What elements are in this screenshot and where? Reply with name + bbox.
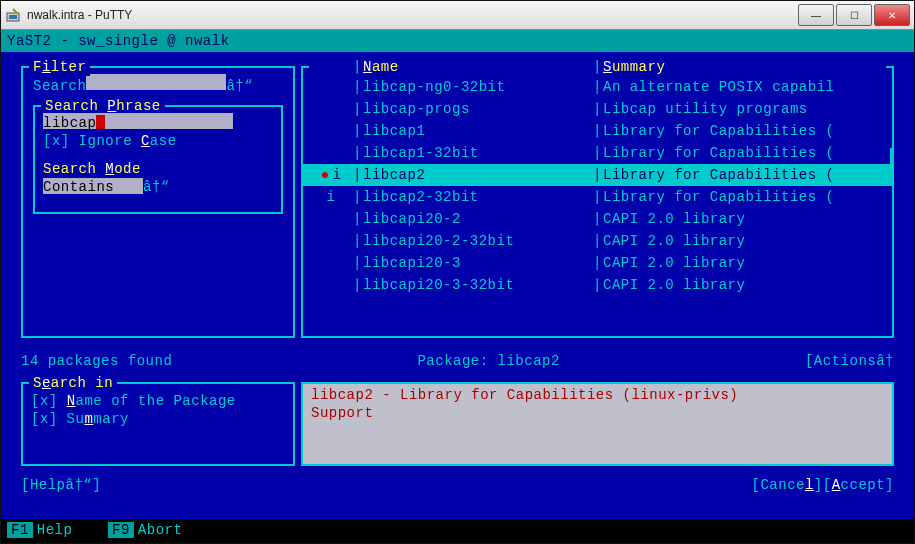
name-col: libcapi20-3 [363, 254, 593, 272]
app-window: nwalk.intra - PuTTY — ☐ ✕ YaST2 - sw_sin… [0, 0, 915, 544]
table-row[interactable]: |libcapi20-3-32bit|CAPI 2.0 library [303, 274, 892, 296]
table-row[interactable]: |libcap1-32bit|Library for Capabilities … [303, 142, 892, 164]
window-title: nwalk.intra - PuTTY [27, 8, 798, 22]
table-row[interactable]: |libcapi20-2-32bit|CAPI 2.0 library [303, 230, 892, 252]
table-row[interactable]: |libcapi20-2|CAPI 2.0 library [303, 208, 892, 230]
summary-col: CAPI 2.0 library [603, 210, 886, 228]
titlebar: nwalk.intra - PuTTY — ☐ ✕ [1, 1, 914, 30]
summary-col: Library for Capabilities ( [603, 122, 886, 140]
name-col: libcap-ng0-32bit [363, 78, 593, 96]
scrollbar-thumb[interactable] [890, 148, 894, 178]
filter-title: Filter [29, 58, 90, 76]
tui-body: Filter Searchâ†“ Search Phrase libcap [1, 52, 914, 521]
name-col: libcapi20-2 [363, 210, 593, 228]
search-phrase-box: Search Phrase libcap [x] Ignore Case Sea… [33, 105, 283, 214]
summary-col: Library for Capabilities ( [603, 166, 886, 184]
f9-label: Abort [138, 522, 183, 538]
f1-key[interactable]: F1 [7, 522, 33, 538]
status-col: ● i [309, 166, 353, 184]
svg-line-2 [13, 9, 17, 13]
table-row[interactable]: ● i|libcap2|Library for Capabilities ( [303, 164, 892, 186]
search-mode-value[interactable]: Contains [43, 178, 143, 194]
filter-search-row[interactable]: Searchâ†“ [33, 74, 283, 95]
table-row[interactable]: |libcapi20-3|CAPI 2.0 library [303, 252, 892, 274]
search-mode-row[interactable]: Containsâ†“ [43, 178, 273, 196]
filter-dropdown-icon[interactable]: â†“ [226, 78, 253, 94]
summary-col: CAPI 2.0 library [603, 254, 886, 272]
summary-col: Library for Capabilities ( [603, 188, 886, 206]
function-key-bar: F1Help F9Abort [1, 519, 914, 543]
summary-col: Library for Capabilities ( [603, 144, 886, 162]
name-col: libcap1 [363, 122, 593, 140]
description-panel: libcap2 - Library for Capabilities (linu… [301, 382, 894, 466]
search-phrase-input-row[interactable]: libcap [43, 113, 273, 132]
search-in-panel: Search in [x] Name of the Package[x] Sum… [21, 382, 295, 466]
accept-button[interactable]: [Accept] [823, 477, 894, 493]
name-col: libcapi20-3-32bit [363, 276, 593, 294]
minimize-button[interactable]: — [798, 4, 834, 26]
actions-button[interactable]: [Actionsâ† [805, 352, 894, 370]
help-button[interactable]: [Helpâ†“] [21, 476, 101, 494]
ignore-case-checkbox[interactable]: [x] Ignore Case [43, 132, 273, 150]
filter-search-value[interactable] [86, 74, 226, 90]
name-col: libcap1-32bit [363, 144, 593, 162]
name-col: libcap2 [363, 166, 593, 184]
window-buttons: — ☐ ✕ [798, 4, 910, 26]
package-footer: 14 packages found Package: libcap2 [Acti… [21, 352, 894, 370]
table-row[interactable]: |libcap-ng0-32bit|An alternate POSIX cap… [303, 76, 892, 98]
status-col: i [309, 188, 353, 206]
yast-header: YaST2 - sw_single @ nwalk [1, 30, 914, 54]
search-in-title: Search in [29, 374, 117, 392]
summary-col: An alternate POSIX capabil [603, 78, 886, 96]
name-col: libcap2-32bit [363, 188, 593, 206]
search-in-option[interactable]: [x] Name of the Package [31, 392, 285, 410]
package-count: 14 packages found [21, 352, 172, 370]
terminal: YaST2 - sw_single @ nwalk Filter Searchâ… [1, 30, 914, 543]
f1-label: Help [37, 522, 73, 538]
package-current: Package: libcap2 [417, 352, 559, 370]
table-row[interactable]: |libcap-progs|Libcap utility programs [303, 98, 892, 120]
close-button[interactable]: ✕ [874, 4, 910, 26]
svg-rect-1 [9, 15, 17, 19]
table-row[interactable]: i|libcap2-32bit|Library for Capabilities… [303, 186, 892, 208]
summary-col: CAPI 2.0 library [603, 276, 886, 294]
search-phrase-input[interactable]: libcap [43, 113, 233, 129]
summary-col: Libcap utility programs [603, 100, 886, 118]
bottom-buttons: [Helpâ†“] [Cancel][Accept] [21, 476, 894, 494]
package-table[interactable]: |libcap-ng0-32bit|An alternate POSIX cap… [303, 68, 892, 296]
text-cursor [96, 115, 105, 129]
f9-key[interactable]: F9 [108, 522, 134, 538]
package-header: | Name| Summary [309, 58, 886, 76]
cancel-button[interactable]: [Cancel] [752, 477, 823, 493]
maximize-button[interactable]: ☐ [836, 4, 872, 26]
filter-search-label: Search [33, 78, 86, 94]
search-mode-label: Search Mode [43, 160, 273, 178]
search-mode-dropdown-icon[interactable]: â†“ [143, 179, 170, 195]
search-in-option[interactable]: [x] Summary [31, 410, 285, 428]
name-col: libcap-progs [363, 100, 593, 118]
description-line1: libcap2 - Library for Capabilities (linu… [311, 386, 884, 404]
table-row[interactable]: |libcap1|Library for Capabilities ( [303, 120, 892, 142]
putty-icon [5, 7, 21, 23]
name-col: libcapi20-2-32bit [363, 232, 593, 250]
description-line2: Support [311, 404, 884, 422]
summary-col: CAPI 2.0 library [603, 232, 886, 250]
filter-panel: Filter Searchâ†“ Search Phrase libcap [21, 66, 295, 338]
package-list-panel: | Name| Summary |libcap-ng0-32bit|An alt… [301, 66, 894, 338]
